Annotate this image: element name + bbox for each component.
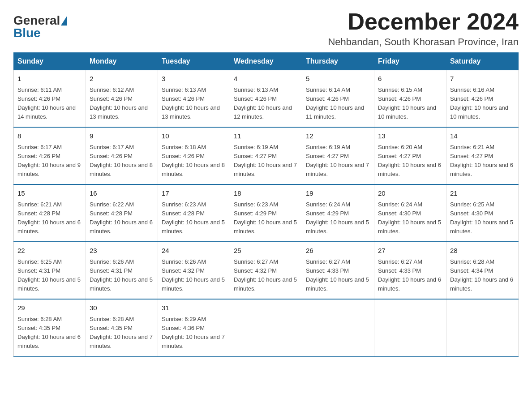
day-info: Sunrise: 6:11 AMSunset: 4:26 PMDaylight:…	[17, 86, 76, 120]
calendar-cell: 5 Sunrise: 6:14 AMSunset: 4:26 PMDayligh…	[302, 70, 374, 128]
day-number: 8	[17, 131, 82, 141]
calendar-cell	[446, 299, 519, 356]
day-info: Sunrise: 6:26 AMSunset: 4:32 PMDaylight:…	[162, 258, 225, 292]
day-number: 11	[234, 131, 298, 141]
day-number: 21	[450, 188, 515, 199]
calendar-cell: 2 Sunrise: 6:12 AMSunset: 4:26 PMDayligh…	[86, 70, 158, 128]
day-info: Sunrise: 6:25 AMSunset: 4:31 PMDaylight:…	[17, 258, 81, 292]
calendar-cell: 3 Sunrise: 6:13 AMSunset: 4:26 PMDayligh…	[158, 70, 230, 128]
day-number: 3	[162, 74, 226, 84]
calendar-cell: 23 Sunrise: 6:26 AMSunset: 4:31 PMDaylig…	[86, 242, 158, 299]
day-info: Sunrise: 6:28 AMSunset: 4:34 PMDaylight:…	[450, 258, 513, 292]
day-info: Sunrise: 6:23 AMSunset: 4:28 PMDaylight:…	[162, 201, 225, 235]
calendar-cell: 18 Sunrise: 6:23 AMSunset: 4:29 PMDaylig…	[230, 184, 302, 242]
day-info: Sunrise: 6:13 AMSunset: 4:26 PMDaylight:…	[234, 86, 292, 120]
day-info: Sunrise: 6:15 AMSunset: 4:26 PMDaylight:…	[378, 86, 436, 120]
day-info: Sunrise: 6:26 AMSunset: 4:31 PMDaylight:…	[90, 258, 153, 292]
day-info: Sunrise: 6:29 AMSunset: 4:36 PMDaylight:…	[162, 316, 225, 349]
calendar-header-row: SundayMondayTuesdayWednesdayThursdayFrid…	[14, 53, 519, 70]
calendar-week-row: 22 Sunrise: 6:25 AMSunset: 4:31 PMDaylig…	[14, 242, 519, 299]
day-number: 30	[90, 303, 154, 313]
day-info: Sunrise: 6:20 AMSunset: 4:27 PMDaylight:…	[378, 144, 441, 177]
day-number: 10	[162, 131, 226, 141]
day-info: Sunrise: 6:21 AMSunset: 4:27 PMDaylight:…	[450, 144, 513, 177]
calendar-cell: 1 Sunrise: 6:11 AMSunset: 4:26 PMDayligh…	[14, 70, 86, 128]
calendar-week-row: 15 Sunrise: 6:21 AMSunset: 4:28 PMDaylig…	[14, 184, 519, 242]
calendar-cell: 19 Sunrise: 6:24 AMSunset: 4:29 PMDaylig…	[302, 184, 374, 242]
day-info: Sunrise: 6:28 AMSunset: 4:35 PMDaylight:…	[90, 316, 153, 349]
day-number: 19	[306, 188, 370, 199]
day-number: 12	[306, 131, 370, 141]
calendar-cell: 15 Sunrise: 6:21 AMSunset: 4:28 PMDaylig…	[14, 184, 86, 242]
calendar-cell: 30 Sunrise: 6:28 AMSunset: 4:35 PMDaylig…	[86, 299, 158, 356]
day-info: Sunrise: 6:23 AMSunset: 4:29 PMDaylight:…	[234, 201, 297, 235]
day-number: 13	[378, 131, 442, 141]
header-day-monday: Monday	[86, 53, 158, 70]
day-info: Sunrise: 6:27 AMSunset: 4:32 PMDaylight:…	[234, 258, 297, 292]
header-day-tuesday: Tuesday	[158, 53, 230, 70]
day-number: 2	[90, 74, 154, 84]
logo-blue-text: Blue	[13, 26, 41, 40]
day-number: 5	[306, 74, 370, 84]
calendar-week-row: 29 Sunrise: 6:28 AMSunset: 4:35 PMDaylig…	[14, 299, 519, 356]
day-number: 9	[90, 131, 154, 141]
calendar-cell: 20 Sunrise: 6:24 AMSunset: 4:30 PMDaylig…	[374, 184, 446, 242]
day-number: 31	[162, 303, 226, 313]
calendar-cell: 22 Sunrise: 6:25 AMSunset: 4:31 PMDaylig…	[14, 242, 86, 299]
day-number: 20	[378, 188, 442, 199]
day-number: 26	[306, 246, 370, 256]
day-number: 18	[234, 188, 298, 199]
day-info: Sunrise: 6:13 AMSunset: 4:26 PMDaylight:…	[162, 86, 220, 120]
calendar-cell: 17 Sunrise: 6:23 AMSunset: 4:28 PMDaylig…	[158, 184, 230, 242]
day-number: 15	[17, 188, 82, 199]
calendar-week-row: 8 Sunrise: 6:17 AMSunset: 4:26 PMDayligh…	[14, 127, 519, 184]
header-day-saturday: Saturday	[446, 53, 519, 70]
day-info: Sunrise: 6:24 AMSunset: 4:30 PMDaylight:…	[378, 201, 441, 235]
day-info: Sunrise: 6:16 AMSunset: 4:26 PMDaylight:…	[450, 86, 508, 120]
day-info: Sunrise: 6:21 AMSunset: 4:28 PMDaylight:…	[17, 201, 81, 235]
day-number: 24	[162, 246, 226, 256]
calendar-cell: 14 Sunrise: 6:21 AMSunset: 4:27 PMDaylig…	[446, 127, 519, 184]
day-number: 1	[17, 74, 82, 84]
calendar-cell: 29 Sunrise: 6:28 AMSunset: 4:35 PMDaylig…	[14, 299, 86, 356]
calendar-cell: 4 Sunrise: 6:13 AMSunset: 4:26 PMDayligh…	[230, 70, 302, 128]
calendar-cell: 24 Sunrise: 6:26 AMSunset: 4:32 PMDaylig…	[158, 242, 230, 299]
day-number: 6	[378, 74, 442, 84]
day-info: Sunrise: 6:24 AMSunset: 4:29 PMDaylight:…	[306, 201, 369, 235]
header-day-wednesday: Wednesday	[230, 53, 302, 70]
calendar-cell: 16 Sunrise: 6:22 AMSunset: 4:28 PMDaylig…	[86, 184, 158, 242]
header-day-sunday: Sunday	[14, 53, 86, 70]
calendar-cell	[230, 299, 302, 356]
page-header: General Blue December 2024 Nehbandan, So…	[13, 9, 519, 48]
day-info: Sunrise: 6:14 AMSunset: 4:26 PMDaylight:…	[306, 86, 364, 120]
calendar-cell: 6 Sunrise: 6:15 AMSunset: 4:26 PMDayligh…	[374, 70, 446, 128]
day-number: 25	[234, 246, 298, 256]
calendar-cell: 27 Sunrise: 6:27 AMSunset: 4:33 PMDaylig…	[374, 242, 446, 299]
page-subtitle: Nehbandan, South Khorasan Province, Iran	[328, 36, 519, 48]
day-info: Sunrise: 6:18 AMSunset: 4:26 PMDaylight:…	[162, 144, 225, 177]
day-number: 23	[90, 246, 154, 256]
calendar-cell: 13 Sunrise: 6:20 AMSunset: 4:27 PMDaylig…	[374, 127, 446, 184]
day-number: 16	[90, 188, 154, 199]
calendar-cell: 9 Sunrise: 6:17 AMSunset: 4:26 PMDayligh…	[86, 127, 158, 184]
calendar-cell: 11 Sunrise: 6:19 AMSunset: 4:27 PMDaylig…	[230, 127, 302, 184]
logo-triangle-icon	[61, 16, 67, 26]
day-number: 22	[17, 246, 82, 256]
header-day-friday: Friday	[374, 53, 446, 70]
day-info: Sunrise: 6:27 AMSunset: 4:33 PMDaylight:…	[306, 258, 369, 292]
header-day-thursday: Thursday	[302, 53, 374, 70]
calendar-cell: 8 Sunrise: 6:17 AMSunset: 4:26 PMDayligh…	[14, 127, 86, 184]
title-section: December 2024 Nehbandan, South Khorasan …	[328, 9, 519, 48]
calendar-cell	[374, 299, 446, 356]
day-number: 14	[450, 131, 515, 141]
logo: General Blue	[13, 13, 67, 40]
calendar-cell: 25 Sunrise: 6:27 AMSunset: 4:32 PMDaylig…	[230, 242, 302, 299]
calendar-cell: 31 Sunrise: 6:29 AMSunset: 4:36 PMDaylig…	[158, 299, 230, 356]
day-info: Sunrise: 6:25 AMSunset: 4:30 PMDaylight:…	[450, 201, 513, 235]
day-info: Sunrise: 6:17 AMSunset: 4:26 PMDaylight:…	[17, 144, 81, 177]
calendar-week-row: 1 Sunrise: 6:11 AMSunset: 4:26 PMDayligh…	[14, 70, 519, 128]
day-info: Sunrise: 6:17 AMSunset: 4:26 PMDaylight:…	[90, 144, 153, 177]
day-number: 28	[450, 246, 515, 256]
day-info: Sunrise: 6:28 AMSunset: 4:35 PMDaylight:…	[17, 316, 81, 349]
day-number: 17	[162, 188, 226, 199]
